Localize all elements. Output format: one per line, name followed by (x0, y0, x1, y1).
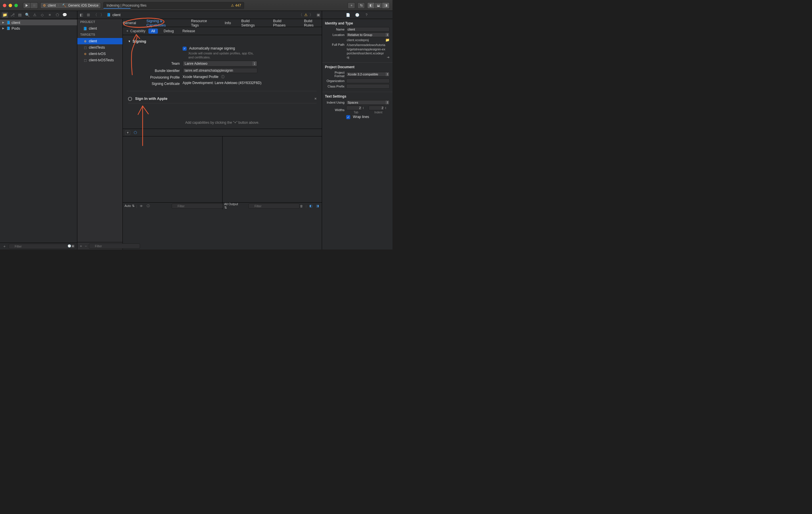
disclosure-icon[interactable]: ▼ (128, 40, 131, 43)
prefix-field[interactable] (346, 84, 389, 89)
breakpoints-toggle[interactable]: ⬠ (133, 130, 138, 135)
auto-manage-signing-label: Automatically manage signing (189, 46, 235, 50)
find-navigator-tab[interactable]: 🔍 (24, 12, 30, 18)
project-row[interactable]: 📘 client (77, 25, 122, 32)
progress-bar (104, 8, 130, 9)
symbol-navigator-tab[interactable]: ▤ (17, 12, 23, 18)
quicklook-button[interactable]: 👁 (139, 204, 144, 208)
warnings-indicator[interactable]: ⚠ 447 (231, 3, 241, 7)
project-section-header: PROJECT (77, 19, 122, 25)
report-navigator-tab[interactable]: 💬 (61, 12, 68, 18)
location-select[interactable]: Relative to Group▴▾ (346, 32, 389, 37)
tab-signing-capabilities[interactable]: Signing & Capabilities (146, 19, 180, 27)
toggle-debug-button[interactable]: ⬓ (375, 2, 382, 9)
forward-button[interactable]: 〉 (100, 12, 105, 18)
debug-navigator-tab[interactable]: ≡ (47, 12, 53, 18)
toggle-navigator-button[interactable]: ◧ (367, 2, 375, 9)
issue-warning-icon[interactable]: ⚠ (304, 13, 308, 17)
scheme-selector[interactable]: ⚙ client 〉 🔨 Generic iOS Device (40, 2, 101, 9)
config-pill-release[interactable]: Release (179, 28, 198, 34)
indent-width-stepper[interactable]: 2▴▾ (369, 106, 388, 110)
team-select[interactable]: Lanre Adelowo ▴▾ (182, 61, 257, 66)
bundle-id-field[interactable]: lanre.wtf.streamchatapplesignin (182, 68, 257, 73)
variables-filter-input[interactable] (172, 204, 223, 209)
help-inspector-tab[interactable]: ? (364, 13, 369, 17)
zoom-window-button[interactable] (14, 4, 18, 7)
navigator-filter-input[interactable] (9, 244, 75, 249)
wrap-lines-checkbox[interactable]: ✓ (346, 115, 350, 119)
tab-resource-tags[interactable]: Resource Tags (191, 19, 214, 27)
scm-filter-icon[interactable]: ▣ (71, 244, 74, 247)
team-label: Team (128, 61, 182, 65)
name-field[interactable]: client (346, 27, 389, 32)
jump-bar-path[interactable]: 📘 client (107, 13, 120, 17)
signing-cert-value: Apple Development: Lanre Adelowo (4SY633… (182, 81, 261, 85)
stop-button[interactable] (30, 2, 38, 9)
select-arrows-icon: ▴▾ (253, 61, 257, 66)
close-window-button[interactable] (3, 4, 6, 7)
editor-options-button[interactable]: ▣ (317, 13, 320, 17)
choose-location-button[interactable]: 📁 (385, 38, 389, 42)
next-issue-button[interactable]: 〉 (309, 12, 313, 18)
related-items-button[interactable]: ◧ (79, 13, 84, 17)
project-icon: 📘 (83, 26, 87, 30)
reveal-in-finder-button[interactable]: ➜ (387, 55, 389, 59)
variables-scope-select[interactable]: Auto ⇅ (124, 204, 135, 208)
run-button[interactable] (23, 2, 30, 9)
target-row-client[interactable]: ⚙ client (77, 38, 122, 44)
add-files-button[interactable]: ＋ (2, 244, 7, 249)
disclosure-icon[interactable]: ▶ (2, 21, 5, 24)
recent-filter-icon[interactable]: 🕘 (67, 244, 71, 247)
tab-info[interactable]: Info (225, 21, 231, 25)
breakpoint-navigator-tab[interactable]: ⬠ (54, 12, 60, 18)
target-row-clienttests[interactable]: ⬚ clientTests (77, 44, 122, 51)
clear-console-button[interactable]: 🗑 (299, 204, 304, 208)
prefix-label: Class Prefix (325, 85, 346, 88)
add-target-button[interactable]: ＋ (79, 244, 83, 248)
remove-target-button[interactable]: － (84, 244, 88, 248)
tree-item-client[interactable]: ▶ 📘 client (0, 20, 77, 25)
console-scope-select[interactable]: All Output ⇅ (224, 202, 241, 210)
target-row-client-tvostests[interactable]: ⬚ client-tvOSTests (77, 57, 122, 63)
issue-navigator-tab[interactable]: ⚠ (32, 12, 38, 18)
tree-item-pods[interactable]: ▶ 📘 Pods (0, 25, 77, 31)
library-button[interactable]: ＋ (348, 2, 355, 9)
project-navigator-tab[interactable]: 📁 (2, 12, 8, 18)
minimize-window-button[interactable] (9, 4, 12, 7)
back-button[interactable]: 〈 (93, 12, 97, 18)
show-console-button[interactable]: ◨ (315, 204, 320, 208)
console-filter-input[interactable] (249, 204, 300, 209)
config-pill-debug[interactable]: Debug (161, 28, 177, 34)
toggle-inspector-button[interactable]: ◨ (382, 2, 389, 9)
tab-width-stepper[interactable]: 2▴▾ (346, 106, 366, 110)
prev-issue-button[interactable]: 〈 (299, 12, 302, 18)
auto-manage-signing-checkbox[interactable]: ✓ (182, 47, 186, 51)
remove-capability-button[interactable]: × (314, 97, 317, 101)
indent-using-select[interactable]: Spaces▴▾ (346, 100, 389, 105)
test-navigator-tab[interactable]: ◇ (39, 12, 46, 18)
target-filter-input[interactable] (89, 243, 140, 249)
grid-icon[interactable]: ⊞ (86, 13, 91, 17)
history-inspector-tab[interactable]: 🕘 (355, 13, 360, 17)
info-icon[interactable]: ⓘ (221, 75, 225, 79)
show-variables-button[interactable]: ◧ (308, 204, 313, 208)
source-control-navigator-tab[interactable]: ⎇ (9, 12, 16, 18)
jump-bar: ◧ ⊞ 〈 〉 📘 client 〈 ⚠ 〉 ▣ (77, 11, 322, 19)
target-row-client-tvos[interactable]: ⚙ client-tvOS (77, 51, 122, 57)
file-inspector-tab[interactable]: 📄 (346, 13, 351, 17)
activity-status-bar[interactable]: Indexing | Processing files ⚠ 447 (103, 2, 244, 9)
tab-build-phases[interactable]: Build Phases (273, 19, 294, 27)
org-field[interactable] (346, 79, 389, 83)
disclosure-icon[interactable]: ▶ (2, 27, 5, 30)
tab-build-rules[interactable]: Build Rules (304, 19, 322, 27)
empty-capabilities-placeholder: Add capabilities by clicking the "+" but… (128, 120, 317, 125)
debug-view-toggle[interactable]: ▾ (125, 130, 130, 135)
print-description-button[interactable]: ⓘ (146, 204, 151, 208)
debug-toolbar: ▾ ⬠ (123, 129, 322, 136)
code-review-button[interactable]: ⇆ (357, 2, 365, 9)
format-select[interactable]: Xcode 3.2-compatible▴▾ (346, 72, 389, 77)
add-capability-button[interactable]: ＋ Capability (126, 28, 145, 33)
config-pill-all[interactable]: All (148, 28, 158, 34)
tab-build-settings[interactable]: Build Settings (241, 19, 263, 27)
tab-general[interactable]: General (123, 21, 136, 25)
